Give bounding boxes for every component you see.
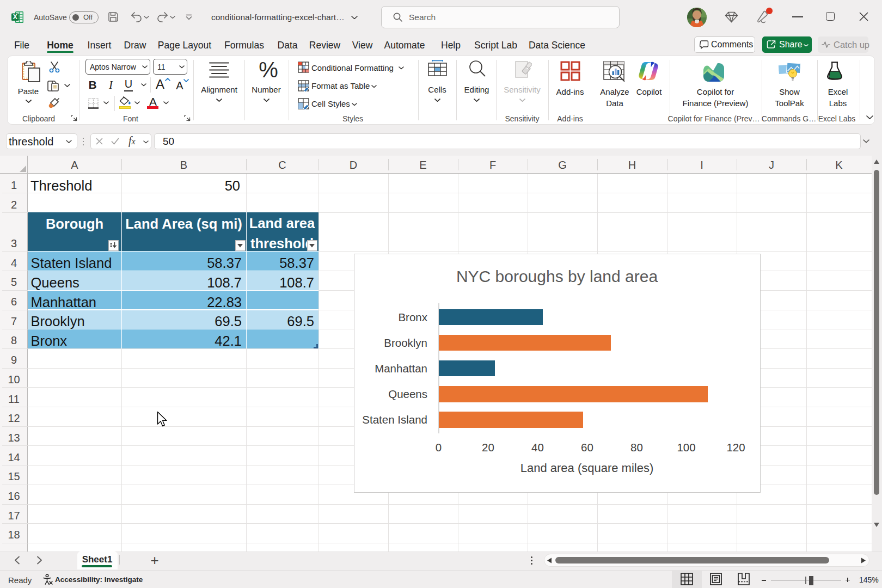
svg-text:X: X xyxy=(13,13,17,21)
